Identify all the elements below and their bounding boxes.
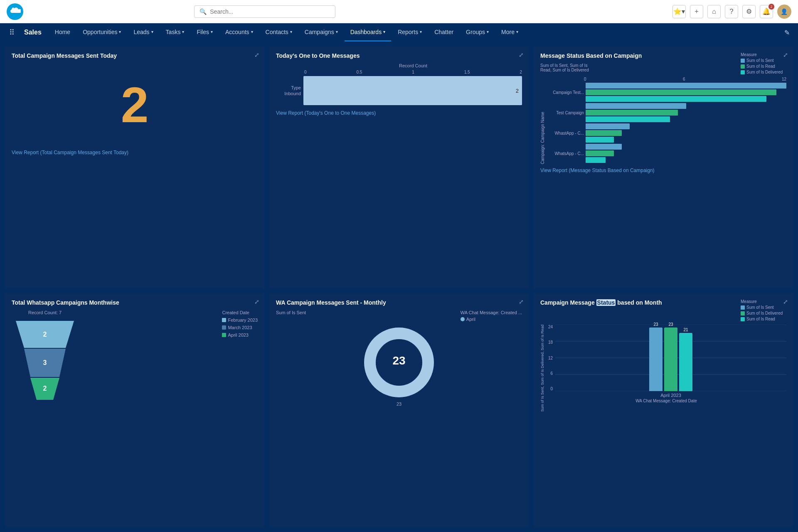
search-bar[interactable]: 🔍 <box>194 5 335 18</box>
nav-item-more[interactable]: More ▾ <box>495 23 524 42</box>
card2-view-report[interactable]: View Report (Today's One to One Messages… <box>276 110 522 116</box>
legend-dot-sent <box>741 305 745 310</box>
card3-view-report[interactable]: View Report (Message Status Based on Cam… <box>540 167 786 173</box>
card1-view-report[interactable]: View Report (Total Campaign Messages Sen… <box>12 150 258 155</box>
funnel-chart: 2 3 2 <box>12 317 78 400</box>
card3-legend-read: Sum of Is Read <box>741 64 775 69</box>
chevron-down-icon: ▾ <box>119 30 121 34</box>
nav-brand: Sales <box>21 23 48 42</box>
card6-x-axis-bottom: WA Chat Message: Created Date <box>546 399 786 403</box>
card3-subtitle: Sum of Is Sent, Sum of Is Read, Sum of I… <box>540 63 642 72</box>
expand-icon[interactable]: ⤢ <box>254 52 259 58</box>
legend-dot-apr <box>222 333 226 337</box>
nav-label-reports: Reports <box>398 29 418 35</box>
legend-label-read: Sum of Is Read <box>746 317 775 321</box>
svg-text:23: 23 <box>392 354 405 367</box>
card6-bar-read: 21 <box>679 328 692 391</box>
card-one-to-one-messages: Today's One to One Messages ⤢ Record Cou… <box>269 47 529 288</box>
nav-item-leads[interactable]: Leads ▾ <box>128 23 159 42</box>
legend-label-mar: March 2023 <box>228 325 252 330</box>
home-button[interactable]: ⌂ <box>707 5 721 18</box>
legend-dot-mar <box>222 325 226 330</box>
card-wa-campaign-monthly: WA Campaign Messages Sent - Monthly ⤢ Su… <box>269 293 529 527</box>
top-bar: 🔍 ⭐▾ ＋ ⌂ ? ⚙ 🔔 2 👤 <box>0 0 798 23</box>
legend-label-april: April <box>466 317 475 322</box>
card5-title: WA Campaign Messages Sent - Monthly <box>276 299 522 306</box>
help-button[interactable]: ? <box>725 5 738 18</box>
chevron-down-icon: ▾ <box>336 30 338 34</box>
card3-row-3: WhatsApp - C... <box>547 144 786 163</box>
card3-row-2: WhastApp - C... <box>547 123 786 143</box>
search-input[interactable] <box>210 8 330 15</box>
nav-label-campaigns: Campaigns <box>305 29 334 35</box>
card3-y-axis-label: Campaign: Campaign Name <box>540 77 545 164</box>
legend-dot-delivered <box>741 70 745 74</box>
card6-bar-sent: 23 <box>649 322 663 391</box>
nav-item-home[interactable]: Home <box>49 23 76 42</box>
legend-label-apr: April 2023 <box>228 332 249 337</box>
svg-text:3: 3 <box>43 359 47 366</box>
app-launcher-button[interactable]: ⠿ <box>3 23 20 42</box>
nav-item-files[interactable]: Files ▾ <box>191 23 219 42</box>
card5-subtitle: Sum of Is Sent <box>276 310 306 315</box>
favorites-button[interactable]: ⭐▾ <box>672 5 686 18</box>
nav-item-chatter[interactable]: Chatter <box>429 23 459 42</box>
expand-icon[interactable]: ⤢ <box>783 298 788 305</box>
nav-item-reports[interactable]: Reports ▾ <box>392 23 428 42</box>
card-message-status-campaign: Message Status Based on Campaign Sum of … <box>534 47 793 288</box>
card-whatsapp-campaigns-monthwise: Total Whatsapp Campaigns Monthwise ⤢ Rec… <box>5 293 264 527</box>
nav-label-accounts: Accounts <box>225 29 249 35</box>
card1-title: Total Campaign Messages Sent Today <box>12 52 258 59</box>
card6-legend-read: Sum of Is Read <box>741 317 775 321</box>
nav-item-accounts[interactable]: Accounts ▾ <box>219 23 259 42</box>
card6-header: Campaign Message Status based on Month M… <box>540 299 786 321</box>
add-button[interactable]: ＋ <box>690 5 703 18</box>
card3-legend-sent: Sum of Is Sent <box>741 58 774 63</box>
expand-icon[interactable]: ⤢ <box>783 52 788 58</box>
expand-icon[interactable]: ⤢ <box>519 52 524 58</box>
card5-donut-sublabel: 23 <box>397 401 401 406</box>
card4-legend-apr: April 2023 <box>222 332 258 337</box>
expand-icon[interactable]: ⤢ <box>519 298 524 305</box>
card2-bar: 2 <box>303 76 522 105</box>
notifications-button[interactable]: 🔔 2 <box>760 5 773 18</box>
chevron-down-icon: ▾ <box>151 30 153 34</box>
legend-label-sent: Sum of Is Sent <box>746 305 774 310</box>
nav-item-dashboards[interactable]: Dashboards ▾ <box>345 23 392 42</box>
card5-legend: WA Chat Message: Created ... April <box>461 310 522 322</box>
nav-item-opportunities[interactable]: Opportunities ▾ <box>77 23 127 42</box>
avatar[interactable]: 👤 <box>777 5 791 19</box>
card4-title: Total Whatsapp Campaigns Monthwise <box>12 299 258 306</box>
settings-button[interactable]: ⚙ <box>742 5 756 18</box>
nav-label-leads: Leads <box>133 29 149 35</box>
chevron-down-icon: ▾ <box>182 30 184 34</box>
nav-item-tasks[interactable]: Tasks ▾ <box>160 23 190 42</box>
chevron-down-icon: ▾ <box>516 30 518 34</box>
search-icon: 🔍 <box>200 8 207 15</box>
nav-bar: ⠿ Sales Home Opportunities ▾ Leads ▾ Tas… <box>0 23 798 42</box>
card2-type-label: Type <box>276 85 301 90</box>
top-icons: ⭐▾ ＋ ⌂ ? ⚙ 🔔 2 👤 <box>672 5 791 19</box>
edit-nav-icon[interactable]: ✎ <box>779 23 795 42</box>
nav-label-more: More <box>501 29 515 35</box>
expand-icon[interactable]: ⤢ <box>254 298 259 305</box>
card3-legend-delivered: Sum of Is Delivered <box>741 70 783 74</box>
card2-x-axis-label: Record Count <box>276 63 522 68</box>
card6-x-label: April 2023 <box>546 393 786 398</box>
nav-item-groups[interactable]: Groups ▾ <box>460 23 495 42</box>
svg-text:2: 2 <box>43 385 47 392</box>
chevron-down-icon: ▾ <box>383 30 385 34</box>
legend-label-sent: Sum of Is Sent <box>746 58 774 63</box>
nav-label-files: Files <box>197 29 209 35</box>
salesforce-logo <box>7 3 23 20</box>
legend-label-delivered: Sum of Is Delivered <box>746 311 783 315</box>
legend-dot-read <box>741 317 745 321</box>
card3-row-1: Test Campaign <box>547 103 786 122</box>
nav-item-contacts[interactable]: Contacts ▾ <box>260 23 298 42</box>
nav-item-campaigns[interactable]: Campaigns ▾ <box>299 23 344 42</box>
nav-label-opportunities: Opportunities <box>83 29 117 35</box>
card-campaign-message-status-month: Campaign Message Status based on Month M… <box>534 293 793 527</box>
card2-x-ticks: 00.511.52 <box>276 70 522 74</box>
card2-title: Today's One to One Messages <box>276 52 522 59</box>
card4-legend-feb: February 2023 <box>222 318 258 323</box>
